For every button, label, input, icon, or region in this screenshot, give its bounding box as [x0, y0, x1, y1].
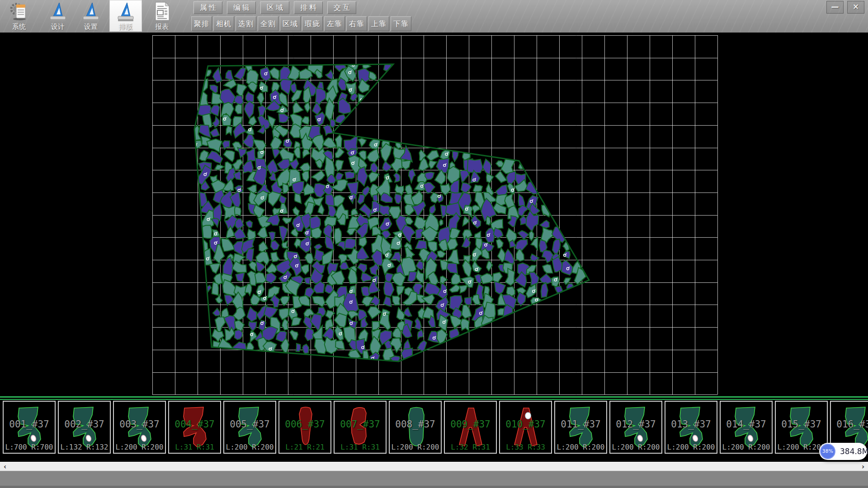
thumbnail-cell-9[interactable]: 009_#37L:32 R:31 [444, 401, 497, 454]
thumbnail-cell-15[interactable]: 015_#37L:200 R:200 [775, 401, 828, 454]
thumbnail-cell-5[interactable]: 005_#37L:200 R:200 [223, 401, 276, 454]
piece-lr-count: L:200 R:200 [555, 443, 606, 451]
piece-lr-count: L:31 R:31 [335, 443, 386, 451]
window-controls: — ✕ [826, 1, 864, 14]
piece-id: 015_#37 [776, 419, 827, 430]
main-button-label: 系统 [3, 23, 35, 31]
piece-id: 014_#37 [721, 419, 772, 430]
piece-id: 013_#37 [665, 419, 717, 430]
menu-tab-1[interactable]: 属性 [193, 1, 222, 14]
main-button-label: 排版 [109, 23, 142, 31]
tool-button-6[interactable]: 瑕疵 [302, 16, 323, 31]
main-button-4[interactable]: 排版 [109, 0, 142, 32]
piece-id: 009_#37 [445, 419, 496, 430]
menu-tab-4[interactable]: 排料 [294, 1, 323, 14]
main-button-label: 设置 [75, 23, 107, 31]
piece-id: 001_#37 [4, 419, 55, 430]
report-doc-icon [146, 0, 178, 23]
piece-id: 008_#37 [390, 419, 441, 430]
thumbnail-cell-2[interactable]: 002_#37L:132 R:132 [58, 401, 111, 454]
thumbnail-cell-12[interactable]: 012_#37L:200 R:200 [609, 401, 662, 454]
piece-id: 003_#37 [114, 419, 165, 430]
design-ruler-icon [42, 0, 74, 23]
piece-lr-count: L:200 R:200 [665, 443, 717, 451]
piece-id: 016_#37 [831, 419, 868, 430]
thumbnail-cell-7[interactable]: 007_#37L:31 R:31 [334, 401, 387, 454]
piece-lr-count: L:31 R:31 [169, 443, 220, 451]
minimize-button[interactable]: — [826, 1, 844, 14]
nesting-ruler-icon [109, 0, 142, 23]
strip-separator [0, 396, 868, 400]
piece-lr-count: L:200 R:200 [390, 443, 441, 451]
piece-id: 011_#37 [555, 419, 606, 430]
thumbnail-cell-1[interactable]: 001_#37L:700 R:700 [3, 401, 56, 454]
piece-lr-count: L:700 R:700 [4, 443, 55, 451]
piece-id: 004_#37 [169, 419, 220, 430]
main-button-label: 报表 [146, 23, 178, 31]
piece-id: 005_#37 [224, 419, 275, 430]
main-button-5[interactable]: 报表 [146, 0, 178, 32]
piece-lr-count: L:200 R:200 [114, 443, 165, 451]
menu-tab-3[interactable]: 区域 [260, 1, 289, 14]
menu-tab-5[interactable]: 交互 [327, 1, 356, 14]
piece-lr-count: L:200 R:200 [610, 443, 661, 451]
thumbnail-cell-6[interactable]: 006_#37L:21 R:21 [278, 401, 331, 454]
piece-lr-count: L:32 R:31 [445, 443, 496, 451]
scroll-right-arrow[interactable]: › [859, 462, 867, 471]
thumbnail-cell-8[interactable]: 008_#37L:200 R:200 [389, 401, 442, 454]
main-button-2[interactable]: 设计 [42, 0, 74, 32]
thumbnail-cell-13[interactable]: 013_#37L:200 R:200 [665, 401, 717, 454]
thumbnail-cell-11[interactable]: 011_#37L:200 R:200 [554, 401, 607, 454]
tool-button-3[interactable]: 选割 [236, 16, 256, 31]
piece-lr-count: L:200 R:200 [721, 443, 772, 451]
tool-button-5[interactable]: 区域 [280, 16, 301, 31]
system-gear-icon [3, 0, 35, 23]
piece-lr-count: L:33 R:33 [500, 443, 551, 451]
tool-button-10[interactable]: 下靠 [391, 16, 411, 31]
piece-lr-count: L:132 R:132 [59, 443, 110, 451]
settings-ruler-icon [75, 0, 107, 23]
toolbar: 系统设计设置排版报表 属性编辑区域排料交互 聚排相机选割全割区域瑕疵左靠右靠上靠… [0, 0, 868, 33]
piece-id: 012_#37 [610, 419, 661, 430]
tool-button-8[interactable]: 右靠 [346, 16, 367, 31]
piece-id: 010_#37 [500, 419, 551, 430]
status-bar [0, 471, 868, 488]
memory-value: 384.8M [840, 443, 868, 460]
piece-id: 007_#37 [335, 419, 386, 430]
horizontal-scrollbar[interactable]: ‹ › [0, 462, 868, 471]
piece-lr-count: L:21 R:21 [279, 443, 330, 451]
menu-tab-2[interactable]: 编辑 [227, 1, 256, 14]
piece-id: 006_#37 [279, 419, 330, 430]
nesting-canvas[interactable] [0, 33, 868, 399]
piece-lr-count: L:200 R:200 [224, 443, 275, 451]
thumbnail-strip: 001_#37L:700 R:700002_#37L:132 R:132003_… [0, 400, 868, 454]
application-window: 系统设计设置排版报表 属性编辑区域排料交互 聚排相机选割全割区域瑕疵左靠右靠上靠… [0, 0, 868, 488]
tool-button-9[interactable]: 上靠 [368, 16, 389, 31]
memory-percent-badge: 38% [820, 444, 835, 459]
tool-button-7[interactable]: 左靠 [324, 16, 345, 31]
main-button-label: 设计 [42, 23, 74, 31]
thumbnail-cell-10[interactable]: 010_#37L:33 R:33 [499, 401, 552, 454]
thumbnail-cell-4[interactable]: 004_#37L:31 R:31 [168, 401, 221, 454]
main-button-1[interactable]: 系统 [3, 0, 35, 32]
piece-id: 002_#37 [59, 419, 110, 430]
tool-button-1[interactable]: 聚排 [191, 16, 212, 31]
tool-button-2[interactable]: 相机 [213, 16, 234, 31]
memory-indicator[interactable]: 38% 384.8M [819, 443, 867, 460]
thumbnail-cell-14[interactable]: 014_#37L:200 R:200 [720, 401, 773, 454]
main-button-3[interactable]: 设置 [75, 0, 107, 32]
tool-button-4[interactable]: 全割 [258, 16, 278, 31]
scroll-left-arrow[interactable]: ‹ [1, 462, 9, 471]
menu-tab-row: 属性编辑区域排料交互 [193, 1, 356, 14]
thumbnail-cell-3[interactable]: 003_#37L:200 R:200 [113, 401, 166, 454]
tool-button-row: 聚排相机选割全割区域瑕疵左靠右靠上靠下靠 [191, 16, 411, 31]
close-button[interactable]: ✕ [847, 1, 864, 14]
